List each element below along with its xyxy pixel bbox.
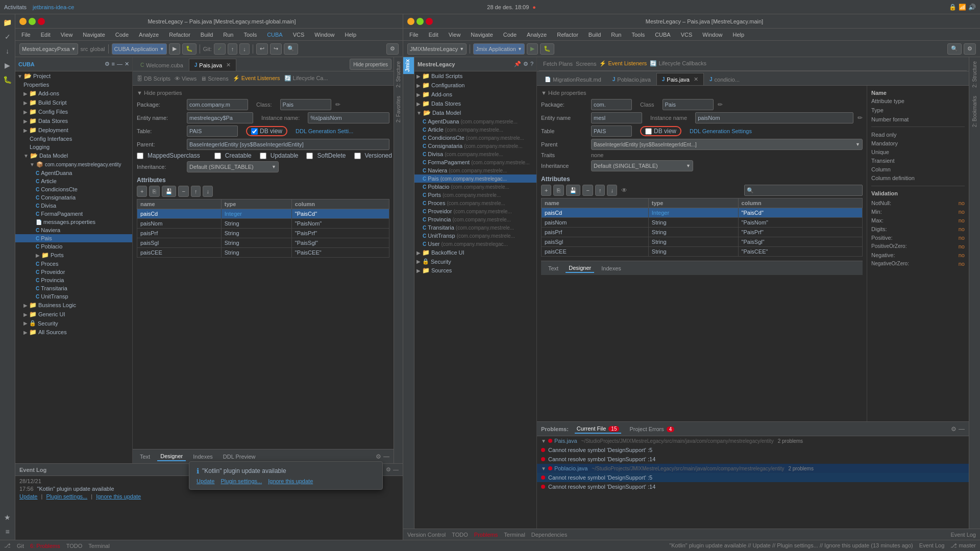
inheritance-dropdown-right[interactable]: Default (SINGLE_TABLE) ▼	[591, 160, 693, 171]
tree-article[interactable]: C Article	[15, 177, 132, 185]
notnull-value[interactable]: no	[959, 200, 965, 206]
tab-indexes-right[interactable]: Indexes	[598, 264, 624, 272]
tree-unittransp[interactable]: C UnitTransp	[15, 292, 132, 300]
error-group-pais[interactable]: ▼ Pais.java ~/StudioProjects/JMIXMestreL…	[537, 436, 969, 445]
tree-entity-package[interactable]: ▼ 📦 com.company.mestrelegacy.entity	[15, 160, 132, 169]
tab-designer-right[interactable]: Designer	[566, 264, 594, 273]
copy-attr-btn[interactable]: ⎘	[149, 186, 160, 197]
log-plugin-settings-link[interactable]: Plugin settings...	[46, 493, 87, 499]
tree-divisa[interactable]: C Divisa	[15, 202, 132, 210]
notif-update-link[interactable]: Update	[197, 478, 214, 484]
tree-config-files[interactable]: ▶ 📁 Config Files	[15, 107, 132, 116]
right-tree-pais[interactable]: C Pais (com.company.mestrelegac...	[414, 174, 536, 183]
log-update-link[interactable]: Update	[19, 493, 37, 499]
error-group-poblacio[interactable]: ▼ Poblacio.java ~/StudioProjects/JMIXMes…	[537, 464, 969, 473]
right-tree-backoffice[interactable]: ▶ 📁 Backoffice UI	[414, 248, 536, 257]
event-log-settings-icon[interactable]: ⚙	[386, 466, 391, 473]
menu-vcs-right[interactable]: VCS	[679, 31, 695, 39]
attr-row-paisprf-left[interactable]: paisPrf String "PaisPrf"	[137, 229, 389, 238]
right-tree-poblacio[interactable]: C Poblacio (com.company.mestrele...	[414, 183, 536, 191]
edit-instance-name-icon[interactable]: ✏	[857, 114, 863, 121]
attr-row-paiscee-right[interactable]: paisCEE String "PaisCEE"	[542, 247, 863, 257]
run-btn-left[interactable]: ▶	[169, 43, 180, 55]
menu-tools-right[interactable]: Tools	[629, 31, 647, 39]
copy-attr-btn-right[interactable]: ⎘	[553, 185, 564, 196]
up-attr-btn-right[interactable]: ↑	[595, 185, 605, 196]
db-view-checkbox-left[interactable]	[251, 128, 258, 135]
tree-condicionscte[interactable]: C CondicionsCte	[15, 185, 132, 193]
tree-pais-left[interactable]: C Pais	[15, 234, 132, 242]
attr-row-paiscee-left[interactable]: paisCEE String "PaisCEE"	[137, 248, 389, 258]
right-tree-security[interactable]: ▶ 🔒 Security	[414, 257, 536, 266]
package-input-right[interactable]	[591, 99, 632, 110]
right-tree-addons[interactable]: ▶ 📁 Add-ons	[414, 90, 536, 99]
class-input-left[interactable]	[280, 99, 331, 110]
app-indicator[interactable]: jetbrains-idea-ce	[33, 4, 74, 10]
menu-analyze-left[interactable]: Analyze	[137, 31, 161, 39]
instance-name-input-left[interactable]	[308, 112, 389, 123]
screens-tab[interactable]: 🖥 Screens	[201, 76, 228, 82]
save-attr-btn-right[interactable]: 💾	[566, 185, 580, 196]
menu-navigate-right[interactable]: Navigate	[469, 31, 495, 39]
pais-error-1[interactable]: Cannot resolve symbol 'DesignSupport' :5	[537, 445, 969, 455]
menu-build-left[interactable]: Build	[199, 31, 215, 39]
tree-properties[interactable]: Properties	[15, 81, 132, 89]
editor-minimize-icon[interactable]: —	[383, 453, 389, 460]
notif-ignore-link[interactable]: Ignore this update	[268, 478, 313, 484]
search-btn-left[interactable]: 🔍	[284, 43, 298, 55]
tree-proces[interactable]: C Proces	[15, 260, 132, 268]
menu-file-left[interactable]: File	[19, 31, 33, 39]
vert-tab-bookmarks[interactable]: 2: Favorites	[394, 92, 403, 127]
tree-deployment[interactable]: ▶ 📁 Deployment	[15, 126, 132, 135]
edit-class-icon[interactable]: ✏	[335, 101, 340, 108]
screens-tab-right[interactable]: Screens	[576, 61, 596, 67]
menu-refactor-right[interactable]: Refactor	[555, 31, 580, 39]
version-control-btn[interactable]: Version Control	[407, 532, 446, 538]
event-log-btn-left[interactable]: Event Log	[919, 542, 945, 549]
menu-vcs-left[interactable]: VCS	[291, 31, 307, 39]
right-tree-proveidor[interactable]: C Proveidor (com.company.mestrele...	[414, 207, 536, 215]
tree-logging[interactable]: Logging	[15, 143, 132, 151]
attr-row-paisnom-left[interactable]: paisNom String "PaisNom"	[137, 219, 389, 229]
lifecycle-tab[interactable]: 🔄 Lifecycle Ca...	[284, 75, 328, 82]
right-tree-settings-icon[interactable]: ⚙	[523, 61, 528, 67]
settings-btn-left[interactable]: ⚙	[386, 43, 399, 55]
tree-ports[interactable]: ▶ 📁 Ports	[15, 251, 132, 260]
project-dropdown-left[interactable]: MestreLegacyPxsa ▼	[19, 43, 78, 55]
menu-help-right[interactable]: Help	[730, 31, 746, 39]
right-tree-build-scripts[interactable]: ▶ 📁 Build Scripts	[414, 71, 536, 81]
event-listeners-tab-right[interactable]: ⚡ Event Listeners	[599, 60, 647, 67]
tree-consignataria[interactable]: C Consignataria	[15, 193, 132, 202]
versioned-checkbox[interactable]	[354, 153, 361, 159]
right-tree-pin-icon[interactable]: 📌	[514, 61, 521, 67]
parent-input-left[interactable]	[187, 139, 389, 150]
tree-data-stores[interactable]: ▶ 📁 Data Stores	[15, 116, 132, 126]
tab-text-right[interactable]: Text	[545, 264, 561, 272]
vert-tab-structure-right[interactable]: 2: Structure	[970, 57, 979, 92]
delete-attr-btn-right[interactable]: −	[582, 185, 593, 196]
problems-settings-icon[interactable]: ⚙	[951, 425, 957, 433]
tree-data-model[interactable]: ▼ 📂 Data Model	[15, 151, 132, 160]
event-log-btn-right[interactable]: Event Log	[950, 532, 976, 538]
right-tree-data-model[interactable]: ▼ 📂 Data Model	[414, 108, 536, 117]
save-attr-btn[interactable]: 💾	[162, 186, 176, 197]
favorites-icon[interactable]: ★	[2, 511, 14, 523]
fetch-plans-tab[interactable]: Fetch Plans	[543, 61, 573, 67]
attr-row-paissgl-left[interactable]: paisSgl String "PaisSgl"	[137, 238, 389, 248]
right-tree-agentduana[interactable]: C AgentDuana (com.company.mesrele...	[414, 117, 536, 126]
right-tree-provincia[interactable]: C Provincia (com.company.mestrele...	[414, 215, 536, 223]
add-attr-btn[interactable]: +	[137, 186, 147, 197]
tree-proveidor[interactable]: C Proveidor	[15, 268, 132, 276]
tree-provincia[interactable]: C Provincia	[15, 276, 132, 284]
right-tree-unittransp[interactable]: C UnitTransp (com.company.mestrele...	[414, 232, 536, 240]
lifecycle-tab-right[interactable]: 🔄 Lifecycle Callbacks	[650, 60, 706, 67]
close-tab-icon[interactable]: ✕	[226, 62, 231, 68]
menu-edit-right[interactable]: Edit	[427, 31, 440, 39]
menu-code-left[interactable]: Code	[113, 31, 131, 39]
tree-security-left[interactable]: ▶ 🔒 Security	[15, 319, 132, 328]
views-tab[interactable]: 👁 Views	[175, 76, 197, 82]
problems-btn-right[interactable]: Problems	[474, 532, 498, 538]
db-scripts-tab[interactable]: 🗄 DB Scripts	[137, 76, 170, 82]
event-listeners-tab[interactable]: ⚡ Event Listeners	[233, 75, 280, 82]
tree-addons[interactable]: ▶ 📁 Add-ons	[15, 89, 132, 98]
